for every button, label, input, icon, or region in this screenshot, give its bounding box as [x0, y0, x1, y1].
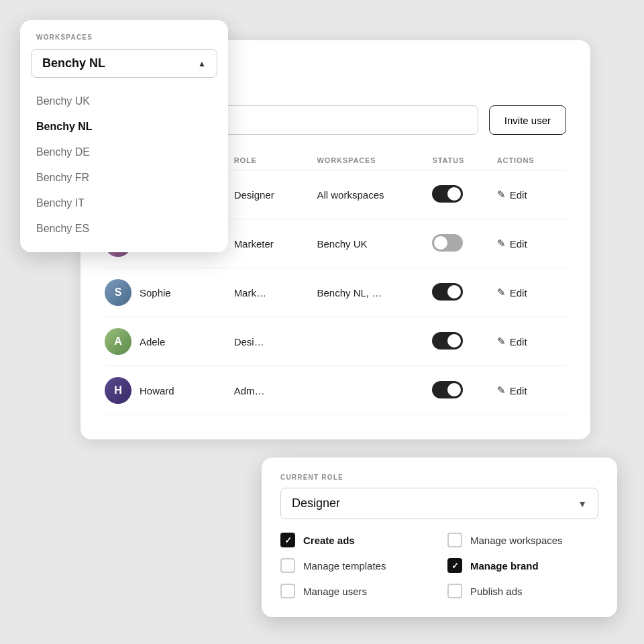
col-header-role: ROLE: [234, 151, 317, 170]
user-cell-howard: H Howard: [105, 377, 234, 404]
workspace-item-de[interactable]: Benchy DE: [20, 140, 228, 165]
perm-item-manage-workspaces: Manage workspaces: [447, 533, 598, 547]
edit-button-elijah[interactable]: Edit: [510, 189, 527, 201]
perm-label-create-ads: Create ads: [303, 535, 355, 546]
edit-pencil-icon-abbie: ✎: [497, 237, 506, 250]
edit-cell-sophie: ✎ Edit: [497, 286, 566, 299]
role-elijah: Designer: [234, 170, 317, 219]
avatar-adele: A: [105, 328, 131, 355]
edit-button-sophie[interactable]: Edit: [510, 287, 527, 299]
workspace-item-uk[interactable]: Benchy UK: [20, 89, 228, 114]
col-header-status: STATUS: [432, 151, 496, 170]
status-toggle-elijah[interactable]: [432, 185, 463, 203]
edit-pencil-icon-adele: ✎: [497, 335, 506, 347]
checkbox-manage-workspaces[interactable]: [447, 533, 462, 547]
workspaces-adele: [317, 317, 432, 366]
user-name-howard: Howard: [140, 385, 174, 396]
role-select-value: Designer: [292, 496, 578, 511]
user-name-sophie: Sophie: [140, 287, 171, 299]
workspace-selected[interactable]: Benchy NL ▲: [31, 49, 217, 78]
edit-cell-adele: ✎ Edit: [497, 335, 566, 347]
status-toggle-abbie[interactable]: [432, 234, 463, 252]
checkbox-create-ads[interactable]: [280, 533, 295, 547]
checkbox-manage-brand[interactable]: [447, 558, 462, 573]
table-row: S Sophie Mark… Benchy NL, … ✎ Edit: [105, 268, 566, 317]
status-toggle-sophie[interactable]: [432, 283, 463, 301]
avatar-sophie: S: [105, 279, 131, 306]
role-select[interactable]: Designer ▼: [280, 488, 598, 519]
table-row: A Adele Desi… ✎ Edit: [105, 317, 566, 366]
status-toggle-adele[interactable]: [432, 332, 463, 350]
permissions-grid: Create ads Manage workspaces Manage temp…: [280, 533, 598, 598]
perm-item-create-ads: Create ads: [280, 533, 431, 547]
perm-label-manage-templates: Manage templates: [303, 560, 386, 572]
perm-label-manage-users: Manage users: [303, 586, 367, 597]
perm-label-publish-ads: Publish ads: [470, 586, 523, 597]
workspaces-sophie: Benchy NL, …: [317, 268, 432, 317]
edit-cell-howard: ✎ Edit: [497, 384, 566, 396]
edit-button-adele[interactable]: Edit: [510, 336, 527, 347]
role-section-label: CURRENT ROLE: [280, 474, 598, 481]
user-cell-adele: A Adele: [105, 328, 234, 355]
edit-pencil-icon-elijah: ✎: [497, 189, 506, 201]
workspace-item-fr[interactable]: Benchy FR: [20, 165, 228, 191]
edit-pencil-icon-howard: ✎: [497, 384, 506, 396]
checkbox-manage-users[interactable]: [280, 584, 295, 598]
perm-item-manage-templates: Manage templates: [280, 558, 431, 573]
perm-item-manage-brand: Manage brand: [447, 558, 598, 573]
workspaces-abbie: Benchy UK: [317, 219, 432, 268]
workspace-arrow-icon: ▲: [198, 59, 206, 68]
workspace-list: Benchy UK Benchy NL Benchy DE Benchy FR …: [20, 83, 228, 247]
checkbox-manage-templates[interactable]: [280, 558, 295, 573]
user-name-adele: Adele: [140, 336, 165, 347]
perm-label-manage-workspaces: Manage workspaces: [470, 535, 563, 546]
checkbox-publish-ads[interactable]: [447, 584, 462, 598]
edit-cell-elijah: ✎ Edit: [497, 189, 566, 201]
role-adele: Desi…: [234, 317, 317, 366]
workspace-item-it[interactable]: Benchy IT: [20, 191, 228, 216]
role-chevron-icon: ▼: [578, 498, 587, 509]
edit-button-howard[interactable]: Edit: [510, 385, 527, 396]
workspaces-section-label: WORKSPACES: [20, 34, 228, 49]
role-sophie: Mark…: [234, 268, 317, 317]
workspace-item-es[interactable]: Benchy ES: [20, 216, 228, 241]
role-howard: Adm…: [234, 366, 317, 415]
edit-cell-abbie: ✎ Edit: [497, 237, 566, 250]
col-header-actions: ACTIONS: [497, 151, 566, 170]
workspace-dropdown: WORKSPACES Benchy NL ▲ Benchy UK Benchy …: [20, 20, 228, 252]
status-toggle-howard[interactable]: [432, 381, 463, 398]
role-abbie: Marketer: [234, 219, 317, 268]
role-panel: CURRENT ROLE Designer ▼ Create ads Manag…: [262, 458, 617, 617]
perm-item-publish-ads: Publish ads: [447, 584, 598, 598]
workspace-item-nl[interactable]: Benchy NL: [20, 114, 228, 140]
col-header-workspaces: WORKSPACES: [317, 151, 432, 170]
workspace-selected-value: Benchy NL: [42, 56, 105, 70]
perm-item-manage-users: Manage users: [280, 584, 431, 598]
table-row: H Howard Adm… ✎ Edit: [105, 366, 566, 415]
edit-pencil-icon-sophie: ✎: [497, 286, 506, 299]
invite-user-button[interactable]: Invite user: [489, 105, 566, 135]
user-cell-sophie: S Sophie: [105, 279, 234, 306]
avatar-howard: H: [105, 377, 131, 404]
perm-label-manage-brand: Manage brand: [470, 560, 539, 572]
edit-button-abbie[interactable]: Edit: [510, 238, 527, 250]
workspaces-howard: [317, 366, 432, 415]
workspaces-elijah: All workspaces: [317, 170, 432, 219]
